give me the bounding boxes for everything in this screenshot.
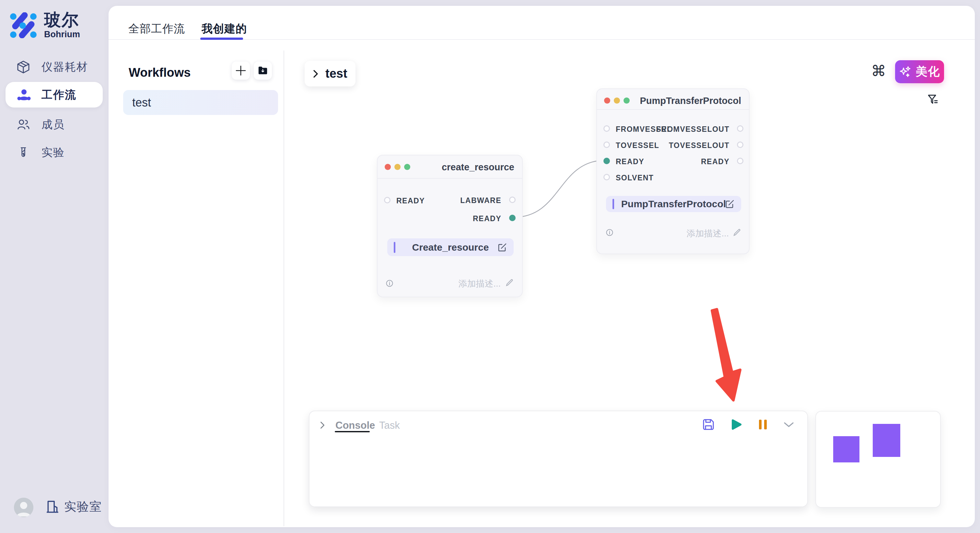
- edit-icon[interactable]: [725, 199, 735, 209]
- workflow-users-icon: [17, 88, 31, 102]
- filter-icon[interactable]: [927, 94, 939, 105]
- output-port-tovesselout[interactable]: [737, 141, 743, 148]
- test-tube-icon: [16, 145, 30, 160]
- pause-icon: [758, 419, 768, 430]
- port-label: READY: [616, 157, 644, 166]
- port-label: FROMVESSELOUT: [656, 125, 730, 134]
- node-description-placeholder[interactable]: 添加描述...: [686, 228, 729, 239]
- output-port-fromvesselout[interactable]: [737, 125, 743, 132]
- plus-icon: [235, 65, 246, 76]
- port-label: LABWARE: [460, 196, 501, 205]
- sidebar-item-label: 仪器耗材: [41, 60, 88, 75]
- pill-label: PumpTransferProtocol: [621, 198, 726, 209]
- lab-switcher[interactable]: 实验室: [45, 499, 102, 515]
- node-create-resource[interactable]: create_resource READY LABWARE READY Crea…: [377, 155, 523, 297]
- sidebar-item-label: 工作流: [41, 87, 76, 102]
- sidebar-item-experiments[interactable]: 实验: [0, 143, 108, 162]
- node-header-divider: [377, 178, 522, 179]
- pill-accent-bar: [394, 242, 395, 253]
- building-icon: [45, 499, 60, 514]
- logo-title: 玻尔: [44, 11, 80, 29]
- minimap-node: [873, 424, 900, 457]
- save-button[interactable]: [702, 418, 714, 432]
- red-dot-icon: [604, 97, 610, 104]
- sidebar-item-label: 成员: [41, 117, 65, 132]
- add-workflow-button[interactable]: [232, 62, 250, 80]
- bohrium-logo-icon: [10, 12, 37, 38]
- folder-download-icon: [258, 65, 268, 76]
- active-tab-underline: [200, 38, 243, 40]
- pause-button[interactable]: [758, 419, 768, 431]
- input-port-tovessel[interactable]: [603, 141, 610, 148]
- breadcrumb[interactable]: test: [305, 61, 355, 86]
- edit-icon[interactable]: [498, 243, 507, 252]
- node-action-pill[interactable]: PumpTransferProtocol: [606, 196, 741, 212]
- node-title: create_resource: [442, 162, 514, 173]
- breadcrumb-label: test: [325, 67, 347, 81]
- workflow-list-item-test[interactable]: test: [123, 90, 278, 115]
- port-label: READY: [701, 157, 730, 166]
- panel-divider: [283, 51, 284, 526]
- tab-console[interactable]: Console: [336, 420, 375, 431]
- node-action-pill[interactable]: Create_resource: [387, 238, 514, 256]
- output-port-labware[interactable]: [509, 197, 515, 203]
- save-icon: [702, 418, 714, 431]
- green-dot-icon: [404, 164, 410, 170]
- sidebar-item-workflow[interactable]: 工作流: [5, 82, 103, 108]
- sidebar-item-label: 实验: [41, 145, 65, 160]
- package-icon: [16, 60, 30, 74]
- collapse-chevron-icon[interactable]: [319, 421, 326, 429]
- node-traffic-lights: [385, 164, 410, 170]
- tab-task[interactable]: Task: [379, 420, 400, 431]
- input-port-fromvessel[interactable]: [603, 125, 610, 132]
- node-title: PumpTransferProtocol: [640, 95, 741, 106]
- node-header-divider: [597, 109, 749, 110]
- collapse-panel-button[interactable]: [783, 421, 794, 429]
- pill-accent-bar: [612, 199, 614, 209]
- sidebar-item-members[interactable]: 成员: [0, 115, 108, 134]
- sidebar-item-instruments[interactable]: 仪器耗材: [0, 58, 108, 76]
- app-logo: 玻尔 Bohrium: [10, 11, 80, 40]
- lab-label: 实验室: [64, 499, 102, 515]
- console-panel: Console Task: [309, 411, 808, 507]
- yellow-dot-icon: [614, 97, 620, 104]
- port-label: SOLVENT: [616, 174, 654, 182]
- yellow-dot-icon: [395, 164, 401, 170]
- input-port-solvent[interactable]: [603, 174, 610, 180]
- info-icon[interactable]: [606, 229, 613, 236]
- beautify-label: 美化: [916, 64, 940, 80]
- pencil-icon[interactable]: [733, 228, 741, 237]
- input-port-ready[interactable]: [603, 158, 610, 164]
- port-label: READY: [396, 197, 425, 205]
- green-dot-icon: [624, 97, 630, 104]
- tab-my-created[interactable]: 我创建的: [202, 21, 247, 36]
- node-traffic-lights: [604, 97, 630, 104]
- sidebar-footer: 实验室: [0, 495, 108, 521]
- sparkles-icon: [899, 65, 912, 78]
- run-button[interactable]: [730, 418, 743, 432]
- pill-label: Create_resource: [412, 242, 489, 253]
- output-port-ready[interactable]: [737, 158, 743, 164]
- port-label: READY: [473, 214, 501, 223]
- pencil-icon[interactable]: [505, 279, 514, 287]
- port-label: TOVESSEL: [616, 141, 659, 150]
- command-palette-icon[interactable]: ⌘: [871, 63, 886, 78]
- tab-all-workflows[interactable]: 全部工作流: [128, 21, 185, 36]
- play-icon: [730, 418, 743, 431]
- logo-subtitle: Bohrium: [44, 30, 80, 40]
- info-icon[interactable]: [386, 280, 393, 287]
- import-folder-button[interactable]: [254, 62, 272, 80]
- user-avatar[interactable]: [14, 498, 33, 517]
- node-description-placeholder[interactable]: 添加描述...: [458, 278, 501, 289]
- output-port-ready[interactable]: [509, 215, 515, 221]
- workflow-editor-page: 玻尔 Bohrium 仪器耗材 工作流: [0, 0, 980, 533]
- minimap[interactable]: [815, 411, 941, 508]
- members-icon: [16, 117, 30, 132]
- port-label: TOVESSELOUT: [669, 141, 730, 150]
- beautify-button[interactable]: 美化: [895, 60, 944, 83]
- node-pump-transfer-protocol[interactable]: PumpTransferProtocol FROMVESSEL TOVESSEL…: [596, 89, 749, 254]
- chevron-right-icon: [312, 69, 319, 78]
- input-port-ready[interactable]: [384, 197, 390, 203]
- minimap-node: [833, 436, 859, 462]
- chevron-down-icon: [783, 421, 794, 428]
